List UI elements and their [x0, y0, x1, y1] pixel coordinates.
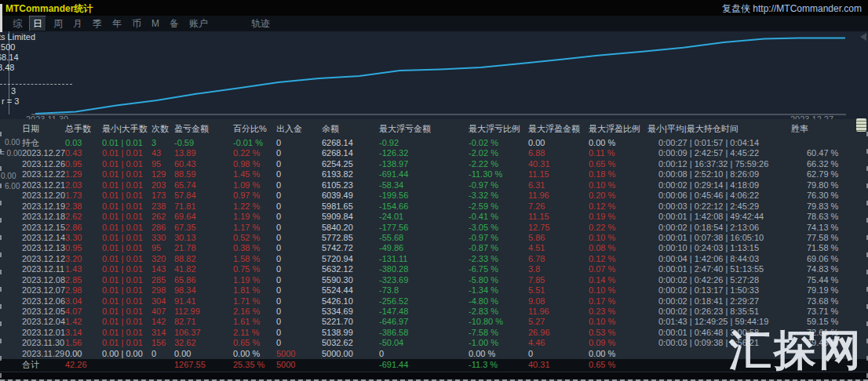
cell: -691.44	[379, 169, 469, 180]
cell: 5138.99	[322, 328, 379, 338]
cell: 5000	[276, 349, 322, 359]
cell: 0.01 | 0.01	[102, 254, 151, 264]
cell: 9.08	[528, 296, 589, 307]
cell: 60.47 %	[791, 148, 868, 158]
column-header: 次数	[151, 119, 174, 138]
menu-item-tab-year[interactable]: 年	[109, 16, 125, 31]
menu-item-tab-month[interactable]: 月	[70, 16, 86, 31]
cell: 79.80 %	[791, 180, 868, 190]
table-row[interactable]: 2023.12.054.070.01 | 0.01407112.992.16 %…	[0, 307, 868, 317]
cell: 88.82	[174, 254, 233, 264]
cell: 3.30	[65, 233, 102, 243]
cell: -0.41 %	[469, 212, 528, 222]
equity-curve	[0, 31, 868, 119]
cell: 0.00 %	[233, 349, 276, 359]
cell: 0.01 | 0.01	[102, 264, 151, 274]
table-row[interactable]: 2023.12.143.300.01 | 0.0133030.130.52 %0…	[0, 233, 868, 243]
cell: 5840.20	[322, 223, 379, 233]
column-header: 最小|平均|最大持仓时间	[647, 119, 791, 138]
table-row[interactable]: 2023.12.182.620.01 | 0.0126269.641.19 %0…	[0, 212, 868, 222]
cell: 6.88	[528, 148, 589, 158]
cell: 95	[151, 159, 174, 169]
menu-item-tab-m[interactable]: M	[148, 16, 162, 31]
cell: 0.01 | 0.01	[102, 223, 151, 233]
menu-item-tab-track[interactable]: 轨迹	[248, 16, 273, 31]
equity-label-artifact: 8.48	[0, 63, 14, 72]
cell: -1.34 %	[469, 285, 528, 296]
menu-item-tab-note[interactable]: 备	[166, 16, 182, 31]
menu-item-tab-day[interactable]: 日	[29, 16, 46, 31]
table-row[interactable]: 2023.12.192.380.01 | 0.0123871.811.22 %0…	[0, 201, 868, 212]
table-row[interactable]: 2023.12.201.730.01 | 0.0117357.840.97 %0…	[0, 190, 868, 201]
cell: 0	[276, 233, 322, 243]
menu-item-tab-quarter[interactable]: 季	[89, 16, 105, 31]
cell: 3.8	[528, 264, 589, 274]
table-row[interactable]: 2023.12.072.980.01 | 0.0129898.341.81 %0…	[0, 285, 868, 296]
cell: 112.99	[174, 307, 233, 317]
cell: -646.97	[379, 317, 469, 327]
cell: 0.10 %	[589, 285, 647, 296]
broker-label-artifact: ts Limited	[0, 32, 35, 42]
cell: 173	[151, 190, 174, 201]
column-header: 余额	[322, 119, 379, 138]
cell: 65.74	[174, 180, 233, 190]
cell: 0.18 %	[589, 169, 647, 180]
cell: 5426.10	[322, 296, 379, 307]
column-header: 总手数	[65, 119, 102, 138]
cell: 2023.12.12	[16, 254, 65, 264]
table-row[interactable]: 2023.12.221.290.01 | 0.0112988.591.45 %0…	[0, 169, 868, 180]
table-row[interactable]: 2023.12.111.430.01 | 0.0114341.820.75 %0…	[0, 264, 868, 274]
menu-item-tab-currency[interactable]: 币	[129, 16, 144, 31]
menu-item-tab-summary[interactable]: 综	[9, 16, 25, 31]
cell: 0.75 %	[233, 264, 276, 274]
cell: 11.96	[528, 190, 589, 201]
cell: 7.85	[528, 275, 589, 285]
cell: 0	[276, 138, 322, 148]
table-row[interactable]: 2023.12.212.030.01 | 0.0120365.741.09 %0…	[0, 180, 868, 190]
cell: 0.22 %	[233, 148, 276, 158]
cell: 0.01 | 0.01	[102, 307, 151, 317]
scrollbar-grip[interactable]	[856, 118, 866, 132]
cell: 0.14 %	[589, 275, 647, 285]
background-text-artifact: 0.00	[5, 138, 20, 147]
column-header: 最小|大手数	[102, 119, 151, 138]
cell: 持仓	[16, 138, 65, 148]
cell: 0	[276, 254, 322, 264]
table-row[interactable]: 2023.12.063.040.01 | 0.0130491.411.71 %0…	[0, 296, 868, 307]
column-header: 最大浮盈金额	[528, 119, 589, 138]
table-row[interactable]: 2023.12.260.950.01 | 0.019560.430.98 %06…	[0, 159, 868, 169]
table-row[interactable]: 2023.12.270.430.01 | 0.014313.890.22 %06…	[0, 148, 868, 158]
cell: 0.53 %	[589, 328, 647, 338]
cell: -323.69	[379, 275, 469, 285]
cell: 5032.62	[322, 338, 379, 348]
table-row[interactable]: 2023.12.130.950.01 | 0.019521.780.38 %05…	[0, 243, 868, 253]
cell: 43	[151, 148, 174, 158]
table-row[interactable]: 2023.12.082.850.01 | 0.0128565.861.19 %0…	[0, 275, 868, 285]
cell: 0:00:02 | 0:29:14 | 4:18:09	[647, 180, 791, 190]
column-header: 最大浮亏金额	[379, 119, 469, 138]
menu-item-tab-week[interactable]: 周	[50, 16, 66, 31]
cell: 3.20	[65, 254, 102, 264]
cell: 0.38 %	[233, 243, 276, 253]
cell: 0.00 %	[469, 349, 528, 359]
cell: 0.20 %	[589, 190, 647, 201]
cell: 91.41	[174, 296, 233, 307]
cell: 0.01 | 0.01	[102, 138, 151, 148]
site-link[interactable]: 复盘侠 http://MTCommander.com	[722, 2, 862, 16]
menu-item-tab-account[interactable]: 账户	[186, 16, 211, 31]
cell: -49.86	[379, 243, 469, 253]
table-row[interactable]: 持仓0.030.01 | 0.013-0.59-0.01 %06268.14-0…	[0, 138, 868, 148]
cell: 0.00	[528, 138, 589, 148]
table-row[interactable]: 2023.12.152.860.01 | 0.0128667.351.17 %0…	[0, 223, 868, 233]
cell: 0	[276, 190, 322, 201]
cell: 0:00:09 | 2:42:57 | 4:45:22	[647, 148, 791, 158]
cell: -7.58 %	[469, 328, 528, 338]
cell: -0.02 %	[469, 138, 528, 148]
cell: 12.75	[528, 223, 589, 233]
window-title: MTCommander统计	[5, 2, 93, 16]
cell: 2023.12.14	[16, 233, 65, 243]
table-row[interactable]: 2023.12.123.200.01 | 0.0132088.821.58 %0…	[0, 254, 868, 264]
cell: 2023.12.27	[16, 148, 65, 158]
cell: 1.19 %	[233, 212, 276, 222]
chart-edge-arrow-icon	[860, 33, 866, 41]
